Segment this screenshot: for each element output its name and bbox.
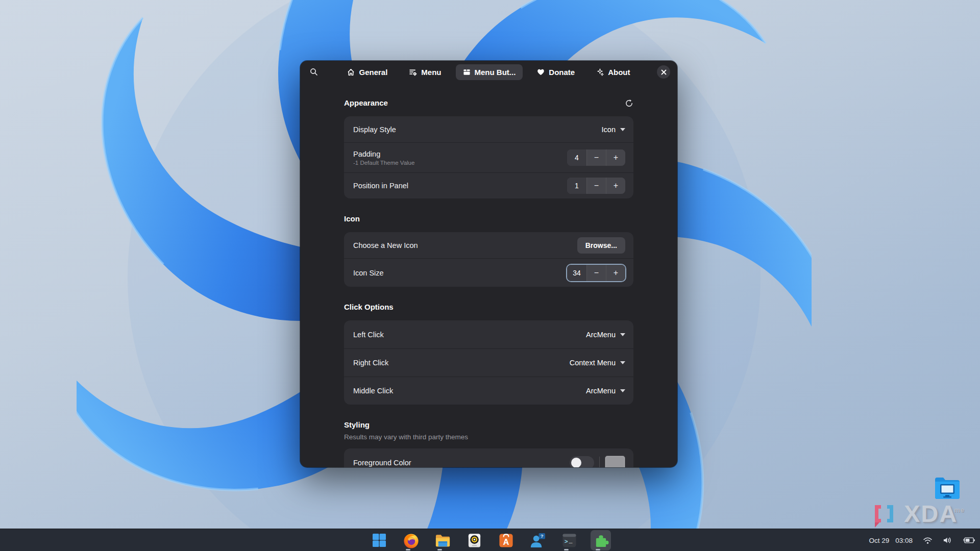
foreground-color-row: Foreground Color (344, 448, 633, 467)
taskbar-status-area[interactable]: Oct 29 03:08 (869, 529, 975, 551)
clock-date: Oct 29 (869, 537, 889, 544)
choose-icon-row: Choose a New Icon Browse... (344, 232, 633, 258)
appearance-card: Display Style Icon Padding -1 Default Th… (344, 116, 633, 198)
tab-about[interactable]: About (589, 64, 637, 80)
folder-icon (434, 532, 451, 549)
icon-size-decrement-button[interactable]: − (586, 265, 606, 281)
position-in-panel-row: Position in Panel 1 − + (344, 172, 633, 198)
left-click-dropdown[interactable]: ArcMenu (586, 331, 625, 339)
tab-general[interactable]: General (340, 64, 395, 80)
click-options-card: Left Click ArcMenu Right Click Context M… (344, 320, 633, 405)
section-title-appearance: Appearance (344, 98, 633, 108)
watermark-text: XDA (904, 502, 958, 525)
tab-bar: General Menu (340, 64, 637, 80)
chevron-down-icon (620, 361, 625, 364)
close-button[interactable] (657, 65, 670, 79)
firefox-button[interactable] (401, 530, 421, 550)
svg-text:>: > (564, 538, 568, 545)
watermark-suffix: me (954, 506, 965, 514)
windows-start-icon (372, 533, 387, 548)
media-player-button[interactable] (464, 530, 484, 550)
dialog-content: Appearance Display Style Icon Padding (300, 83, 677, 467)
extensions-button[interactable] (591, 530, 611, 550)
browse-button[interactable]: Browse... (577, 237, 625, 254)
help-account-button[interactable]: ? (527, 530, 548, 550)
icon-size-spinner: 34 − + (567, 265, 625, 281)
refresh-icon[interactable] (625, 99, 633, 108)
chevron-down-icon (620, 333, 625, 336)
menu-settings-icon (409, 68, 417, 76)
taskbar-center: A ? > _ (0, 529, 980, 551)
battery-charging-icon[interactable] (963, 537, 975, 544)
position-decrement-button[interactable]: − (586, 178, 606, 194)
media-player-icon (467, 533, 482, 548)
section-title-styling: Styling (344, 420, 633, 430)
tab-label: Donate (549, 68, 575, 77)
running-indicator (564, 549, 569, 550)
terminal-button[interactable]: > _ (559, 530, 579, 550)
padding-increment-button[interactable]: + (606, 149, 625, 166)
right-click-row: Right Click Context Menu (344, 348, 633, 377)
position-value[interactable]: 1 (567, 178, 586, 194)
middle-click-dropdown[interactable]: ArcMenu (586, 387, 625, 395)
close-icon (661, 69, 667, 75)
search-icon (310, 68, 318, 76)
home-icon (347, 68, 355, 76)
foreground-color-swatch-button[interactable] (605, 456, 625, 467)
tab-donate[interactable]: Donate (530, 64, 582, 80)
arcmenu-settings-window: General Menu (300, 61, 677, 467)
clock[interactable]: Oct 29 03:08 (869, 537, 913, 544)
left-click-row: Left Click ArcMenu (344, 320, 633, 348)
icon-size-increment-button[interactable]: + (606, 265, 625, 281)
desktop: General Menu (0, 0, 980, 551)
divider (599, 457, 600, 467)
xda-watermark: XDA me (870, 502, 965, 529)
tab-label: About (608, 68, 630, 77)
padding-row: Padding -1 Default Theme Value 4 − + (344, 142, 633, 172)
volume-icon[interactable] (943, 536, 952, 544)
padding-hint: -1 Default Theme Value (353, 160, 414, 166)
start-button[interactable] (369, 530, 389, 550)
foreground-color-toggle[interactable] (570, 456, 594, 467)
tab-menu-button[interactable]: Menu But... (456, 64, 523, 80)
app-store-button[interactable]: A (496, 530, 516, 550)
clock-time: 03:08 (895, 537, 913, 544)
right-click-dropdown[interactable]: Context Menu (570, 359, 625, 367)
padding-decrement-button[interactable]: − (586, 149, 606, 166)
svg-text:_: _ (568, 538, 572, 544)
display-style-row: Display Style Icon (344, 116, 633, 142)
svg-text:A: A (503, 537, 509, 546)
tab-label: General (359, 68, 387, 77)
computer-folder-icon[interactable] (933, 474, 962, 501)
person-question-icon: ? (529, 532, 546, 549)
dialog-header: General Menu (300, 61, 677, 83)
chevron-down-icon (620, 128, 625, 131)
wifi-icon[interactable] (923, 537, 933, 544)
icon-size-row: Icon Size 34 − + (344, 258, 633, 287)
search-button[interactable] (307, 65, 321, 79)
toggle-knob (571, 458, 581, 467)
icon-card: Choose a New Icon Browse... Icon Size 34… (344, 232, 633, 287)
heart-icon (537, 68, 545, 76)
middle-click-row: Middle Click ArcMenu (344, 377, 633, 405)
padding-value[interactable]: 4 (567, 149, 586, 166)
section-title-icon: Icon (344, 214, 633, 224)
styling-card: Foreground Color (344, 448, 633, 467)
chevron-down-icon (620, 389, 625, 392)
position-increment-button[interactable]: + (606, 178, 625, 194)
app-store-icon: A (498, 533, 514, 548)
tab-menu[interactable]: Menu (402, 64, 448, 80)
section-title-click-options: Click Options (344, 302, 633, 312)
file-manager-button[interactable] (432, 530, 453, 550)
taskbar: A ? > _ (0, 529, 980, 551)
icon-size-value[interactable]: 34 (567, 265, 586, 281)
tab-label: Menu But... (475, 68, 516, 77)
tab-label: Menu (421, 68, 441, 77)
svg-text:?: ? (540, 533, 543, 539)
padding-spinner: 4 − + (567, 149, 625, 166)
position-spinner: 1 − + (567, 178, 625, 194)
styling-subtitle: Results may vary with third party themes (344, 432, 633, 442)
puzzle-extensions-icon (593, 533, 609, 548)
display-style-dropdown[interactable]: Icon (602, 126, 625, 134)
terminal-icon: > _ (561, 533, 577, 548)
